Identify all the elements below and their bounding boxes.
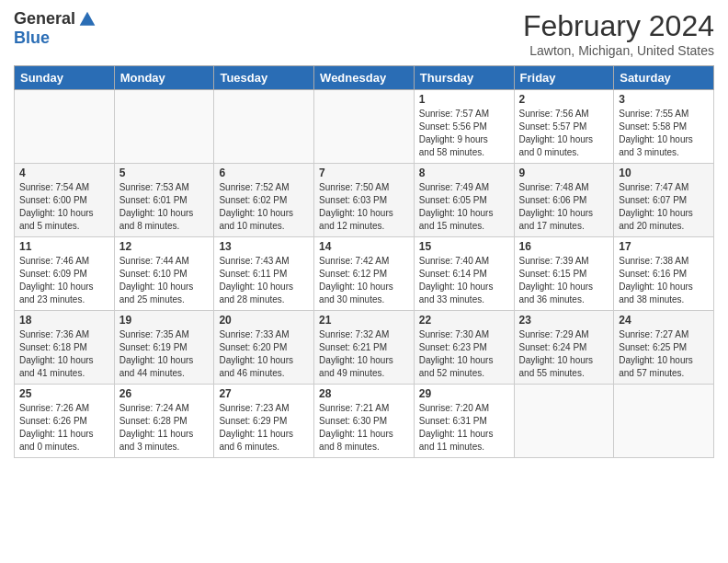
day-info-line: Sunrise: 7:35 AM bbox=[119, 328, 210, 341]
day-info-line: and 20 minutes. bbox=[619, 220, 709, 233]
day-info: Sunrise: 7:32 AMSunset: 6:21 PMDaylight:… bbox=[319, 328, 409, 380]
day-number: 2 bbox=[519, 93, 609, 106]
day-info-line: and 33 minutes. bbox=[419, 293, 509, 306]
day-number: 28 bbox=[319, 387, 409, 400]
day-info: Sunrise: 7:52 AMSunset: 6:02 PMDaylight:… bbox=[219, 181, 309, 233]
day-info-line: Sunrise: 7:27 AM bbox=[619, 328, 709, 341]
calendar-cell: 10Sunrise: 7:47 AMSunset: 6:07 PMDayligh… bbox=[614, 164, 714, 237]
day-info-line: Sunrise: 7:20 AM bbox=[419, 402, 509, 415]
calendar-cell: 22Sunrise: 7:30 AMSunset: 6:23 PMDayligh… bbox=[414, 311, 514, 385]
day-info: Sunrise: 7:38 AMSunset: 6:16 PMDaylight:… bbox=[619, 255, 709, 306]
day-info-line: and 23 minutes. bbox=[19, 293, 109, 306]
day-info-line: Sunset: 6:14 PM bbox=[419, 268, 509, 281]
day-info: Sunrise: 7:53 AMSunset: 6:01 PMDaylight:… bbox=[119, 181, 210, 233]
day-info-line: Sunrise: 7:38 AM bbox=[619, 255, 709, 268]
day-info-line: Sunset: 6:07 PM bbox=[619, 194, 709, 207]
day-info-line: Sunset: 6:20 PM bbox=[219, 341, 309, 354]
day-info-line: and 17 minutes. bbox=[519, 220, 609, 233]
logo-blue-text: Blue bbox=[14, 29, 50, 47]
day-number: 23 bbox=[519, 314, 609, 327]
day-number: 14 bbox=[319, 240, 409, 253]
day-info-line: and 3 minutes. bbox=[619, 146, 709, 159]
day-info: Sunrise: 7:39 AMSunset: 6:15 PMDaylight:… bbox=[519, 255, 609, 306]
day-info-line: Daylight: 10 hours bbox=[419, 354, 509, 367]
header-friday: Friday bbox=[514, 66, 614, 90]
day-number: 27 bbox=[219, 387, 309, 400]
day-info-line: Sunset: 6:19 PM bbox=[119, 341, 210, 354]
day-info-line: Daylight: 10 hours bbox=[119, 207, 210, 220]
calendar-cell: 3Sunrise: 7:55 AMSunset: 5:58 PMDaylight… bbox=[614, 90, 714, 164]
day-info-line: and 57 minutes. bbox=[619, 367, 709, 380]
header-sunday: Sunday bbox=[15, 66, 115, 90]
day-info-line: Daylight: 10 hours bbox=[519, 281, 609, 293]
calendar-cell: 27Sunrise: 7:23 AMSunset: 6:29 PMDayligh… bbox=[214, 385, 314, 458]
calendar-cell: 14Sunrise: 7:42 AMSunset: 6:12 PMDayligh… bbox=[314, 237, 415, 311]
day-number: 18 bbox=[19, 314, 109, 327]
day-info-line: Sunset: 6:25 PM bbox=[619, 341, 709, 354]
day-number: 20 bbox=[219, 314, 309, 327]
day-info-line: Sunrise: 7:47 AM bbox=[619, 181, 709, 194]
day-number: 11 bbox=[19, 240, 109, 253]
calendar-cell: 4Sunrise: 7:54 AMSunset: 6:00 PMDaylight… bbox=[15, 164, 115, 237]
day-info-line: and 12 minutes. bbox=[319, 220, 409, 233]
calendar-cell: 6Sunrise: 7:52 AMSunset: 6:02 PMDaylight… bbox=[214, 164, 314, 237]
day-info-line: Sunset: 6:24 PM bbox=[519, 341, 609, 354]
day-info-line: Daylight: 10 hours bbox=[119, 354, 210, 367]
day-info-line: and 11 minutes. bbox=[419, 441, 509, 454]
day-info-line: Sunset: 6:02 PM bbox=[219, 194, 309, 207]
header-monday: Monday bbox=[114, 66, 214, 90]
day-info-line: Daylight: 10 hours bbox=[319, 207, 409, 220]
day-info-line: Daylight: 11 hours bbox=[119, 428, 210, 441]
location: Lawton, Michigan, United States bbox=[523, 43, 714, 58]
day-info-line: Sunrise: 7:21 AM bbox=[319, 402, 409, 415]
month-title: February 2024 bbox=[523, 9, 714, 43]
calendar-week-row: 4Sunrise: 7:54 AMSunset: 6:00 PMDaylight… bbox=[15, 164, 714, 237]
day-number: 26 bbox=[119, 387, 210, 400]
calendar-table: Sunday Monday Tuesday Wednesday Thursday… bbox=[14, 65, 714, 458]
calendar-cell: 26Sunrise: 7:24 AMSunset: 6:28 PMDayligh… bbox=[114, 385, 214, 458]
day-info-line: and 36 minutes. bbox=[519, 293, 609, 306]
day-info-line: Sunrise: 7:33 AM bbox=[219, 328, 309, 341]
day-info-line: Sunset: 6:26 PM bbox=[19, 415, 109, 428]
day-info-line: and 15 minutes. bbox=[419, 220, 509, 233]
day-info: Sunrise: 7:56 AMSunset: 5:57 PMDaylight:… bbox=[519, 108, 609, 159]
day-info-line: and 55 minutes. bbox=[519, 367, 609, 380]
day-info: Sunrise: 7:49 AMSunset: 6:05 PMDaylight:… bbox=[419, 181, 509, 233]
day-info-line: Sunrise: 7:54 AM bbox=[19, 181, 109, 194]
day-info: Sunrise: 7:42 AMSunset: 6:12 PMDaylight:… bbox=[319, 255, 409, 306]
day-info-line: Sunrise: 7:53 AM bbox=[119, 181, 210, 194]
calendar-cell: 8Sunrise: 7:49 AMSunset: 6:05 PMDaylight… bbox=[414, 164, 514, 237]
day-info-line: Daylight: 10 hours bbox=[19, 281, 109, 293]
header-saturday: Saturday bbox=[614, 66, 714, 90]
day-info-line: Daylight: 10 hours bbox=[519, 133, 609, 146]
day-info-line: Sunset: 6:30 PM bbox=[319, 415, 409, 428]
day-number: 17 bbox=[619, 240, 709, 253]
day-number: 24 bbox=[619, 314, 709, 327]
day-info: Sunrise: 7:44 AMSunset: 6:10 PMDaylight:… bbox=[119, 255, 210, 306]
day-info-line: Sunset: 5:56 PM bbox=[419, 121, 509, 133]
header-wednesday: Wednesday bbox=[314, 66, 415, 90]
day-info-line: Sunset: 6:09 PM bbox=[19, 268, 109, 281]
day-info-line: and 8 minutes. bbox=[119, 220, 210, 233]
day-info-line: and 58 minutes. bbox=[419, 146, 509, 159]
logo: General Blue bbox=[14, 9, 97, 48]
svg-marker-0 bbox=[80, 11, 96, 25]
calendar-cell: 5Sunrise: 7:53 AMSunset: 6:01 PMDaylight… bbox=[114, 164, 214, 237]
calendar-cell: 19Sunrise: 7:35 AMSunset: 6:19 PMDayligh… bbox=[114, 311, 214, 385]
day-info-line: Daylight: 9 hours bbox=[419, 133, 509, 146]
day-info-line: Daylight: 10 hours bbox=[219, 281, 309, 293]
header-thursday: Thursday bbox=[414, 66, 514, 90]
day-info-line: Sunset: 6:01 PM bbox=[119, 194, 210, 207]
day-info-line: Sunrise: 7:43 AM bbox=[219, 255, 309, 268]
day-info-line: Sunset: 6:28 PM bbox=[119, 415, 210, 428]
calendar-cell bbox=[314, 90, 415, 164]
day-number: 16 bbox=[519, 240, 609, 253]
day-number: 10 bbox=[619, 167, 709, 179]
day-info-line: Sunset: 6:10 PM bbox=[119, 268, 210, 281]
day-info-line: Daylight: 10 hours bbox=[19, 207, 109, 220]
day-info: Sunrise: 7:48 AMSunset: 6:06 PMDaylight:… bbox=[519, 181, 609, 233]
day-info: Sunrise: 7:43 AMSunset: 6:11 PMDaylight:… bbox=[219, 255, 309, 306]
day-number: 3 bbox=[619, 93, 709, 106]
day-info-line: Sunrise: 7:24 AM bbox=[119, 402, 210, 415]
day-info-line: Daylight: 10 hours bbox=[619, 133, 709, 146]
